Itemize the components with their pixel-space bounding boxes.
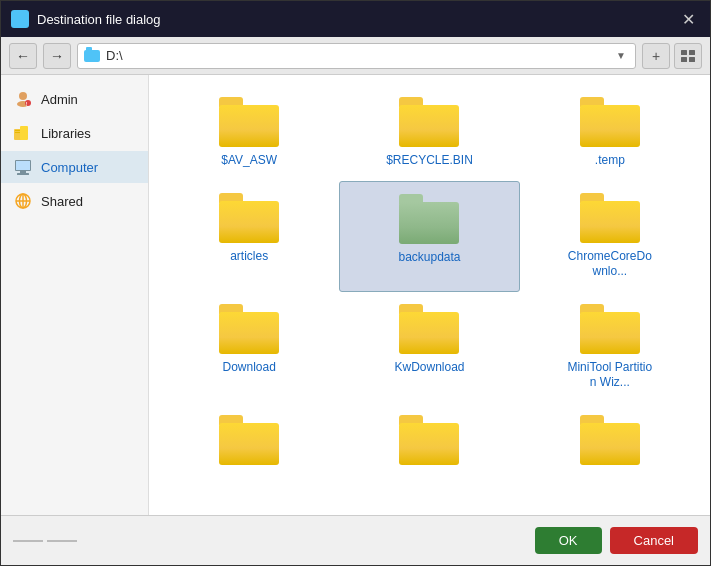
sidebar-label-computer: Computer: [41, 160, 98, 175]
admin-icon: !: [13, 90, 33, 108]
file-item-recycle[interactable]: $RECYCLE.BIN: [339, 85, 519, 181]
sidebar-label-shared: Shared: [41, 194, 83, 209]
sidebar: ! Admin Libraries: [1, 75, 149, 515]
shared-icon: [13, 192, 33, 210]
folder-icon-10: [219, 415, 279, 465]
file-label-minitool: MiniTool Partition Wiz...: [565, 360, 655, 391]
main-area: $AV_ASW $RECYCLE.BIN .temp: [149, 75, 710, 515]
svg-rect-2: [681, 50, 687, 55]
address-dropdown-button[interactable]: ▼: [613, 48, 629, 64]
svg-rect-15: [16, 161, 30, 170]
folder-icon-minitool: [580, 304, 640, 354]
folder-icon-12: [580, 415, 640, 465]
svg-rect-1: [14, 14, 19, 17]
dialog-title: Destination file dialog: [37, 12, 668, 27]
file-label-articles: articles: [230, 249, 268, 265]
sidebar-item-libraries[interactable]: Libraries: [1, 117, 148, 149]
toolbar-actions: +: [642, 43, 702, 69]
file-item-backupdata[interactable]: backupdata: [339, 181, 519, 292]
cancel-button[interactable]: Cancel: [610, 527, 698, 554]
address-icon: [84, 50, 100, 62]
forward-button[interactable]: →: [43, 43, 71, 69]
svg-rect-3: [689, 50, 695, 55]
svg-rect-0: [14, 16, 26, 25]
folder-icon-11: [399, 415, 459, 465]
file-label-download: Download: [222, 360, 275, 376]
sidebar-item-computer[interactable]: Computer: [1, 151, 148, 183]
sidebar-label-libraries: Libraries: [41, 126, 91, 141]
folder-icon-download: [219, 304, 279, 354]
view-button[interactable]: [674, 43, 702, 69]
back-button[interactable]: ←: [9, 43, 37, 69]
file-label-temp: .temp: [595, 153, 625, 169]
file-item-folder12[interactable]: [520, 403, 700, 483]
folder-icon-chromecore: [580, 193, 640, 243]
sidebar-label-admin: Admin: [41, 92, 78, 107]
svg-rect-11: [20, 126, 28, 140]
svg-rect-13: [15, 132, 20, 133]
sidebar-item-admin[interactable]: ! Admin: [1, 83, 148, 115]
folder-icon-kwdownload: [399, 304, 459, 354]
title-bar: Destination file dialog ✕: [1, 1, 710, 37]
folder-icon-recycle: [399, 97, 459, 147]
computer-icon: [13, 158, 33, 176]
file-item-kwdownload[interactable]: KwDownload: [339, 292, 519, 403]
file-grid: $AV_ASW $RECYCLE.BIN .temp: [149, 75, 710, 515]
dialog-icon: [11, 10, 29, 28]
resize-handle-2: [47, 540, 77, 542]
file-item-folder11[interactable]: [339, 403, 519, 483]
file-item-chromecore[interactable]: ChromeCoreDownlo...: [520, 181, 700, 292]
resize-handle-1: [13, 540, 43, 542]
file-label-recycle: $RECYCLE.BIN: [386, 153, 473, 169]
file-label-av_asw: $AV_ASW: [221, 153, 277, 169]
file-item-temp[interactable]: .temp: [520, 85, 700, 181]
svg-rect-4: [681, 57, 687, 62]
new-folder-button[interactable]: +: [642, 43, 670, 69]
folder-icon-backupdata: [399, 194, 459, 244]
file-item-folder10[interactable]: [159, 403, 339, 483]
close-button[interactable]: ✕: [676, 7, 700, 31]
folder-icon-av_asw: [219, 97, 279, 147]
file-label-chromecore: ChromeCoreDownlo...: [565, 249, 655, 280]
folder-icon-articles: [219, 193, 279, 243]
ok-button[interactable]: OK: [535, 527, 602, 554]
bottom-bar: OK Cancel: [1, 515, 710, 565]
file-label-kwdownload: KwDownload: [394, 360, 464, 376]
folder-icon-temp: [580, 97, 640, 147]
file-item-articles[interactable]: articles: [159, 181, 339, 292]
sidebar-item-shared[interactable]: Shared: [1, 185, 148, 217]
content-area: ! Admin Libraries: [1, 75, 710, 515]
file-item-minitool[interactable]: MiniTool Partition Wiz...: [520, 292, 700, 403]
svg-point-6: [19, 92, 27, 100]
file-item-download[interactable]: Download: [159, 292, 339, 403]
libraries-icon: [13, 124, 33, 142]
file-label-backupdata: backupdata: [398, 250, 460, 266]
svg-rect-5: [689, 57, 695, 62]
svg-rect-16: [20, 171, 26, 173]
svg-rect-12: [15, 130, 20, 131]
destination-file-dialog: Destination file dialog ✕ ← → D:\ ▼ +: [0, 0, 711, 566]
address-bar[interactable]: D:\ ▼: [77, 43, 636, 69]
address-text: D:\: [106, 48, 607, 63]
file-item-av_asw[interactable]: $AV_ASW: [159, 85, 339, 181]
toolbar: ← → D:\ ▼ +: [1, 37, 710, 75]
svg-rect-17: [17, 173, 29, 175]
